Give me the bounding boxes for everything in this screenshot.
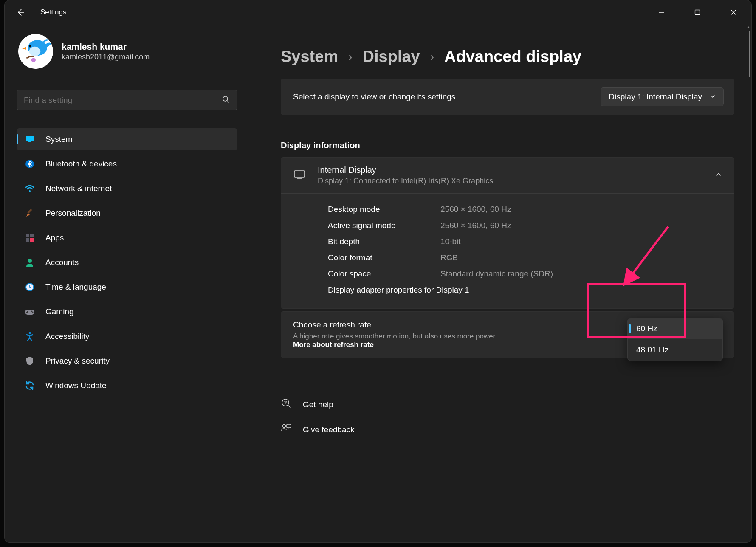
get-help-link[interactable]: ? Get help (281, 392, 734, 417)
refresh-rate-card: Choose a refresh rate A higher rate give… (281, 311, 734, 358)
info-row: Desktop mode2560 × 1600, 60 Hz (328, 201, 722, 217)
sidebar-item-system[interactable]: System (17, 128, 237, 150)
person-icon (24, 257, 35, 268)
feedback-link[interactable]: Give feedback (281, 417, 734, 442)
feedback-icon (281, 423, 292, 436)
display-info-header[interactable]: Internal Display Display 1: Connected to… (281, 158, 734, 193)
scrollbar[interactable] (747, 24, 751, 542)
breadcrumb-display[interactable]: Display (363, 48, 420, 66)
info-row: Active signal mode2560 × 1600, 60 Hz (328, 217, 722, 234)
sidebar-item-time[interactable]: Time & language (17, 276, 237, 298)
svg-rect-25 (294, 171, 305, 177)
svg-point-5 (29, 47, 41, 56)
sidebar-item-personalization[interactable]: Personalization (17, 202, 237, 224)
sidebar-item-label: Apps (45, 233, 64, 242)
gamepad-icon (24, 306, 35, 317)
svg-point-22 (31, 310, 32, 312)
chevron-up-icon (715, 171, 722, 180)
search-input[interactable] (24, 96, 222, 105)
chevron-right-icon: › (430, 50, 434, 64)
refresh-more-link[interactable]: More about refresh rate (293, 341, 374, 349)
chevron-down-icon (710, 92, 716, 102)
display-selector-dropdown[interactable]: Display 1: Internal Display (601, 87, 724, 106)
sidebar-item-label: Gaming (45, 307, 74, 316)
svg-point-6 (29, 45, 31, 47)
sidebar-item-gaming[interactable]: Gaming (17, 301, 237, 323)
svg-rect-9 (26, 136, 34, 141)
window-controls (643, 0, 751, 24)
app-title: Settings (40, 8, 66, 17)
svg-point-18 (28, 259, 32, 263)
sidebar-item-label: Bluetooth & devices (45, 159, 117, 169)
svg-point-3 (31, 58, 36, 62)
svg-rect-15 (30, 234, 34, 237)
monitor-outline-icon (293, 168, 306, 183)
maximize-button[interactable] (679, 0, 715, 24)
svg-rect-13 (27, 209, 32, 214)
user-name: kamlesh kumar (62, 42, 150, 52)
sidebar-item-label: Accounts (45, 258, 79, 267)
display-selector-label: Select a display to view or change its s… (293, 92, 590, 102)
refresh-rate-dropdown[interactable]: 60 Hz 48.01 Hz (627, 318, 723, 361)
svg-point-7 (223, 96, 228, 101)
breadcrumb-current: Advanced display (444, 48, 581, 66)
svg-text:?: ? (284, 400, 287, 405)
settings-window: Settings (4, 0, 752, 543)
display-info-card: Internal Display Display 1: Connected to… (281, 157, 734, 309)
scrollbar-thumb[interactable] (749, 31, 750, 77)
sidebar-item-accounts[interactable]: Accounts (17, 251, 237, 274)
sync-icon (24, 380, 35, 391)
sidebar-item-update[interactable]: Windows Update (17, 375, 237, 397)
sidebar-item-label: Accessibility (45, 332, 89, 341)
svg-line-8 (227, 101, 229, 102)
search-icon (222, 95, 230, 105)
refresh-option-60[interactable]: 60 Hz (628, 318, 722, 339)
sidebar-item-label: Personalization (45, 209, 101, 218)
info-row: Color formatRGB (328, 250, 722, 266)
user-email: kamlesh2011@gmail.com (62, 53, 150, 62)
svg-rect-16 (26, 238, 29, 242)
sidebar-item-privacy[interactable]: Privacy & security (17, 350, 237, 372)
svg-rect-10 (28, 141, 31, 142)
svg-point-29 (283, 425, 286, 428)
clock-icon (24, 282, 35, 293)
profile-block[interactable]: kamlesh kumar kamlesh2011@gmail.com (17, 29, 248, 82)
svg-rect-17 (30, 238, 34, 242)
info-rows: Desktop mode2560 × 1600, 60 Hz Active si… (281, 193, 734, 308)
info-row: Bit depth10-bit (328, 234, 722, 250)
display-selector-value: Display 1: Internal Display (609, 92, 702, 102)
breadcrumb: System › Display › Advanced display (281, 24, 734, 66)
display-selector-card: Select a display to view or change its s… (281, 79, 734, 115)
scroll-up-icon[interactable] (745, 25, 751, 30)
sidebar-item-apps[interactable]: Apps (17, 227, 237, 249)
sidebar-item-label: Time & language (45, 282, 106, 292)
minimize-button[interactable] (643, 0, 679, 24)
sidebar-item-label: System (45, 135, 72, 144)
shield-icon (24, 355, 35, 367)
svg-point-12 (29, 190, 31, 192)
nav-list: System Bluetooth & devices Network & int… (17, 128, 237, 397)
section-title: Display information (281, 141, 734, 150)
get-help-label: Get help (303, 400, 333, 409)
accessibility-icon (24, 331, 35, 342)
info-row: Color spaceStandard dynamic range (SDR) (328, 266, 722, 282)
search-box[interactable] (17, 90, 237, 110)
apps-icon (24, 232, 35, 243)
refresh-option-48[interactable]: 48.01 Hz (628, 339, 722, 361)
titlebar: Settings (5, 0, 751, 24)
main-pane: System › Display › Advanced display Sele… (251, 24, 751, 542)
breadcrumb-system[interactable]: System (281, 48, 338, 66)
wifi-icon (24, 183, 35, 194)
display-title: Internal Display (318, 165, 493, 175)
avatar (18, 34, 53, 69)
sidebar: kamlesh kumar kamlesh2011@gmail.com Syst… (5, 24, 251, 542)
sidebar-item-network[interactable]: Network & internet (17, 178, 237, 200)
sidebar-item-bluetooth[interactable]: Bluetooth & devices (17, 153, 237, 175)
bluetooth-icon (24, 158, 35, 169)
refresh-title: Choose a refresh rate (293, 320, 495, 330)
back-button[interactable] (10, 0, 31, 24)
adapter-properties-link[interactable]: Display adapter properties for Display 1 (328, 282, 722, 298)
close-button[interactable] (715, 0, 751, 24)
feedback-label: Give feedback (303, 425, 354, 434)
sidebar-item-accessibility[interactable]: Accessibility (17, 325, 237, 347)
